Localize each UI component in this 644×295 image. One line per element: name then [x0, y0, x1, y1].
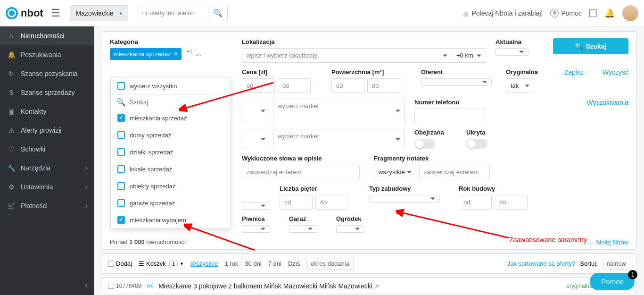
building-type-select[interactable]: [369, 195, 440, 202]
help-link[interactable]: Pomoc: [550, 9, 582, 17]
sort-select[interactable]: najnow: [603, 258, 630, 270]
chevron-up-icon[interactable]: ︿: [196, 51, 202, 58]
warning-icon: ⚠: [8, 126, 15, 134]
viewed-toggle[interactable]: [414, 139, 435, 149]
sidebar-item-clipboards[interactable]: ♡ Schowki: [0, 140, 94, 159]
close-icon[interactable]: ✕: [173, 51, 178, 57]
basement-label: Piwnica: [242, 215, 280, 222]
notes-scope-select[interactable]: wszystkie: [374, 165, 416, 179]
location-input[interactable]: [242, 48, 435, 63]
floors-type-select[interactable]: [242, 202, 270, 210]
year-to-input[interactable]: [495, 195, 528, 210]
avatar[interactable]: [622, 5, 638, 21]
help-chat-button[interactable]: Pomoc 1: [590, 273, 635, 290]
recommend-link[interactable]: Polecaj Nbota i zarabiaj!: [462, 9, 543, 17]
phone-input[interactable]: [414, 109, 485, 123]
sidebar-item-label: Nieruchomości: [21, 32, 65, 40]
less-filters-label: Mniej filtrów: [596, 239, 628, 246]
filter-1year[interactable]: 1 rok: [224, 260, 238, 267]
floors-from-input[interactable]: [280, 195, 313, 210]
floors-to-input[interactable]: [315, 195, 348, 210]
basement-select[interactable]: [242, 225, 270, 233]
category-tag[interactable]: mieszkania sprzedaż ✕: [110, 48, 182, 60]
garage-select[interactable]: [289, 225, 317, 233]
save-search-button[interactable]: Zapisz: [564, 68, 584, 76]
excluded-words-input[interactable]: [242, 165, 360, 179]
marker2-select[interactable]: wybierz marker: [273, 129, 405, 149]
sidebar-item-payments[interactable]: 🛒 Płatności: [0, 196, 94, 215]
listing-row[interactable]: 10778489 olx Mieszkanie 3 pokojowe z bal…: [102, 278, 636, 294]
offerer-label: Oferent: [421, 68, 496, 76]
period-input[interactable]: okres dodania: [306, 258, 354, 270]
distance-select[interactable]: +0 km: [452, 48, 486, 63]
filter-7days[interactable]: 7 dni: [268, 260, 281, 267]
category-option[interactable]: domy sprzedaż: [111, 126, 231, 143]
sidebar-item-label: Płatności: [21, 202, 48, 210]
sidebar-item-acquisition[interactable]: ↻ Szanse pozyskania: [0, 64, 94, 83]
list-icon: ☰: [139, 260, 144, 267]
sidebar-item-tools[interactable]: 🔧 Narzędzia: [0, 159, 94, 177]
viewed-label: Obejrzana: [414, 129, 457, 136]
category-option[interactable]: garaże sprzedaż: [111, 194, 231, 211]
searches-button[interactable]: Wyszukiwania: [586, 99, 628, 106]
category-option[interactable]: obiekty sprzedaż: [111, 177, 231, 194]
year-from-input[interactable]: [459, 195, 492, 210]
sidebar-item-searches[interactable]: 🔔 Poszukiwania: [0, 45, 94, 64]
cart-icon: 🛒: [8, 202, 15, 210]
current-select[interactable]: [495, 48, 528, 56]
region-select[interactable]: Mazowieckie: [70, 5, 128, 21]
sidebar-item-alerts[interactable]: ⚠ Alerty prowizji: [0, 121, 94, 140]
price-from-input[interactable]: [242, 78, 275, 93]
calendar-icon[interactable]: [589, 9, 597, 17]
menu-toggle-icon[interactable]: ☰: [51, 7, 60, 19]
category-option-label: obiekty sprzedaż: [130, 183, 176, 190]
less-filters-link[interactable]: ︿ Mniej filtrów: [588, 238, 628, 247]
sidebar-item-properties[interactable]: ⌂ Nieruchomości: [0, 26, 94, 45]
marker-select[interactable]: wybierz marker: [273, 99, 405, 123]
clear-search-button[interactable]: Wyczyść: [603, 68, 628, 76]
original-select[interactable]: tak: [506, 78, 534, 93]
area-label: Powierzchnia [m²]: [331, 68, 412, 76]
location-dropdown[interactable]: [435, 48, 452, 63]
hidden-toggle[interactable]: [466, 139, 487, 149]
filter-30days[interactable]: 30 dni: [245, 260, 261, 267]
notes-input[interactable]: [419, 165, 490, 179]
offer-search-button[interactable]: 🔍: [208, 5, 228, 21]
basket-button[interactable]: ☰ Koszyk 1 ▼: [139, 260, 184, 267]
add-checkbox[interactable]: Dodaj: [108, 260, 132, 267]
garden-select[interactable]: [336, 225, 364, 233]
external-link-icon[interactable]: ↗: [374, 283, 379, 290]
category-select-all[interactable]: wybierz wszystko: [111, 77, 231, 95]
current-label: Aktualna: [495, 38, 528, 45]
area-to-input[interactable]: [367, 78, 400, 93]
sidebar-item-contacts[interactable]: ▣ Kontakty: [0, 102, 94, 121]
marker-type-select[interactable]: [242, 99, 270, 123]
sort-help-link[interactable]: Jak sortowane są oferty?: [507, 260, 576, 267]
category-option[interactable]: działki sprzedaż: [111, 143, 231, 160]
contacts-icon: ▣: [8, 108, 15, 115]
sidebar-item-settings[interactable]: ⚙ Ustawienia: [0, 177, 94, 196]
category-option[interactable]: mieszkania wynajem: [111, 211, 231, 228]
logo[interactable]: nbot: [6, 7, 43, 19]
search-button[interactable]: 🔍 Szukaj: [553, 38, 628, 54]
checkbox-icon: [117, 131, 125, 139]
sidebar-collapse[interactable]: ‹: [85, 280, 88, 290]
offer-search-input[interactable]: [138, 6, 208, 20]
area-from-input[interactable]: [331, 78, 364, 93]
recommend-label: Polecaj Nbota i zarabiaj!: [471, 9, 543, 17]
filter-all[interactable]: Wszystkie: [190, 260, 218, 267]
category-option[interactable]: mieszkania sprzedaż: [111, 110, 231, 126]
thumbs-up-icon: [462, 9, 469, 17]
help-chat-label: Pomoc: [601, 278, 623, 286]
checkbox-icon[interactable]: [108, 283, 114, 289]
price-to-input[interactable]: [278, 78, 311, 93]
category-option[interactable]: lokale sprzedaż: [111, 160, 231, 177]
bell-icon[interactable]: 🔔: [604, 8, 615, 18]
sidebar-item-sales[interactable]: $ Szanse sprzedaży: [0, 83, 94, 102]
listing-title[interactable]: Mieszkanie 3 pokojowe z balkonem Mińsk M…: [158, 282, 561, 290]
help-label: Pomoc: [561, 9, 582, 17]
offerer-select[interactable]: [421, 78, 492, 86]
category-search-input[interactable]: [130, 99, 225, 106]
marker2-type-select[interactable]: [242, 129, 270, 149]
filter-today[interactable]: Dziś: [288, 260, 300, 267]
